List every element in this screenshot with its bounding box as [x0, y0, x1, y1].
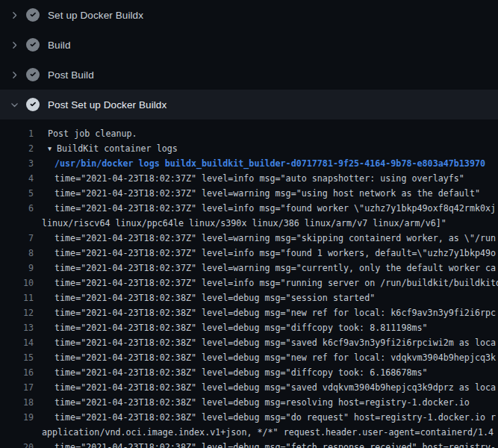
log-line[interactable]: 19 time="2021-04-23T18:02:38Z" level=deb… [0, 410, 498, 425]
log-line[interactable]: 15 time="2021-04-23T18:02:38Z" level=deb… [0, 350, 498, 365]
line-text: application/vnd.oci.image.index.v1+json,… [34, 427, 494, 438]
log-line[interactable]: 20 time="2021-04-23T18:02:38Z" level=deb… [0, 440, 498, 448]
line-text: time="2021-04-23T18:02:38Z" level=debug … [34, 337, 496, 348]
line-number[interactable]: 18 [0, 397, 34, 408]
chevron-right-icon [9, 40, 19, 50]
line-text: time="2021-04-23T18:02:38Z" level=debug … [34, 293, 375, 303]
log-line[interactable]: 1 Post job cleanup. [0, 126, 498, 141]
line-text: time="2021-04-23T18:02:38Z" level=debug … [34, 442, 496, 448]
line-number[interactable]: 4 [0, 173, 34, 184]
log-line[interactable]: 5 time="2021-04-23T18:02:37Z" level=warn… [0, 186, 498, 201]
log-line[interactable]: 7 time="2021-04-23T18:02:37Z" level=warn… [0, 231, 498, 246]
log-line[interactable]: 14 time="2021-04-23T18:02:38Z" level=deb… [0, 335, 498, 350]
line-number[interactable]: 10 [0, 278, 34, 288]
line-number[interactable]: 17 [0, 382, 34, 393]
line-number[interactable]: 1 [0, 128, 34, 139]
log-line[interactable]: 18 time="2021-04-23T18:02:38Z" level=deb… [0, 395, 498, 410]
line-text: linux/riscv64 linux/ppc64le linux/s390x … [34, 218, 446, 228]
line-text: time="2021-04-23T18:02:37Z" level=warnin… [34, 263, 496, 273]
line-text: time="2021-04-23T18:02:38Z" level=debug … [34, 308, 496, 318]
line-text: time="2021-04-23T18:02:38Z" level=debug … [34, 352, 496, 363]
step-label: Build [48, 40, 71, 51]
log-line[interactable]: 12 time="2021-04-23T18:02:38Z" level=deb… [0, 305, 498, 320]
step-list: Set up Docker Buildx Build Post Build [0, 0, 498, 119]
line-number[interactable]: 5 [0, 188, 34, 199]
line-text: time="2021-04-23T18:02:37Z" level=info m… [34, 278, 498, 288]
log-line[interactable]: 4 time="2021-04-23T18:02:37Z" level=info… [0, 171, 498, 186]
line-text: time="2021-04-23T18:02:38Z" level=debug … [34, 382, 496, 393]
workflow-log-viewer: Set up Docker Buildx Build Post Build [0, 0, 498, 448]
line-text: time="2021-04-23T18:02:38Z" level=debug … [34, 397, 470, 408]
check-circle-icon [26, 98, 40, 111]
check-circle-icon [26, 38, 40, 52]
line-text: time="2021-04-23T18:02:37Z" level=info m… [34, 203, 496, 214]
line-text: /usr/bin/docker logs buildx_buildkit_bui… [34, 158, 485, 169]
step-label: Post Set up Docker Buildx [48, 99, 166, 111]
log-line[interactable]: 2 ▼BuildKit container logs [0, 141, 498, 156]
check-circle-icon [26, 8, 40, 22]
log-line[interactable]: 13 time="2021-04-23T18:02:38Z" level=deb… [0, 320, 498, 335]
log-line[interactable]: 8 time="2021-04-23T18:02:37Z" level=info… [0, 246, 498, 261]
chevron-right-icon [9, 69, 19, 80]
log-line[interactable]: 6 time="2021-04-23T18:02:37Z" level=info… [0, 201, 498, 216]
line-text: time="2021-04-23T18:02:37Z" level=warnin… [34, 233, 496, 243]
line-number[interactable]: 19 [0, 412, 34, 423]
line-text: ▼BuildKit container logs [34, 143, 178, 154]
line-text: time="2021-04-23T18:02:38Z" level=debug … [34, 323, 428, 333]
log-line[interactable]: 9 time="2021-04-23T18:02:37Z" level=warn… [0, 261, 498, 276]
step-row-setup-docker-buildx[interactable]: Set up Docker Buildx [0, 0, 498, 30]
line-number[interactable]: 7 [0, 233, 34, 243]
step-row-post-setup-docker-buildx[interactable]: Post Set up Docker Buildx [0, 90, 498, 119]
line-number[interactable]: 8 [0, 248, 34, 258]
log-line[interactable]: 11 time="2021-04-23T18:02:38Z" level=deb… [0, 290, 498, 305]
step-row-build[interactable]: Build [0, 30, 498, 60]
chevron-down-icon [9, 99, 19, 110]
line-number[interactable]: 20 [0, 442, 34, 448]
triangle-down-icon[interactable]: ▼ [48, 145, 57, 152]
log-line[interactable]: application/vnd.oci.image.index.v1+json,… [0, 425, 498, 440]
line-number[interactable]: 9 [0, 263, 34, 273]
line-number[interactable]: 12 [0, 308, 34, 318]
step-row-post-build[interactable]: Post Build [0, 60, 498, 90]
log-line[interactable]: 3 /usr/bin/docker logs buildx_buildkit_b… [0, 156, 498, 171]
log-line[interactable]: linux/riscv64 linux/ppc64le linux/s390x … [0, 216, 498, 231]
line-text: time="2021-04-23T18:02:38Z" level=debug … [34, 367, 428, 378]
check-circle-icon [26, 68, 40, 81]
log-area: 1 Post job cleanup. 2 ▼BuildKit containe… [0, 119, 498, 448]
line-number[interactable]: 11 [0, 293, 34, 303]
line-number[interactable]: 3 [0, 158, 34, 169]
line-number[interactable]: 16 [0, 367, 34, 378]
chevron-right-icon [9, 10, 19, 20]
log-line[interactable]: 17 time="2021-04-23T18:02:38Z" level=deb… [0, 380, 498, 395]
line-number[interactable]: 13 [0, 323, 34, 333]
line-number[interactable]: 15 [0, 352, 34, 363]
line-text: time="2021-04-23T18:02:37Z" level=warnin… [34, 188, 480, 199]
line-number[interactable]: 6 [0, 203, 34, 214]
line-text: time="2021-04-23T18:02:37Z" level=info m… [34, 248, 496, 258]
line-number[interactable]: 14 [0, 337, 34, 348]
line-text: time="2021-04-23T18:02:38Z" level=debug … [34, 412, 496, 423]
step-label: Post Build [48, 69, 94, 81]
line-text: time="2021-04-23T18:02:37Z" level=info m… [34, 173, 464, 184]
log-line[interactable]: 10 time="2021-04-23T18:02:37Z" level=inf… [0, 276, 498, 290]
line-number[interactable]: 2 [0, 143, 34, 154]
log-line[interactable]: 16 time="2021-04-23T18:02:38Z" level=deb… [0, 365, 498, 380]
line-text: Post job cleanup. [34, 128, 137, 139]
step-label: Set up Docker Buildx [48, 10, 143, 21]
